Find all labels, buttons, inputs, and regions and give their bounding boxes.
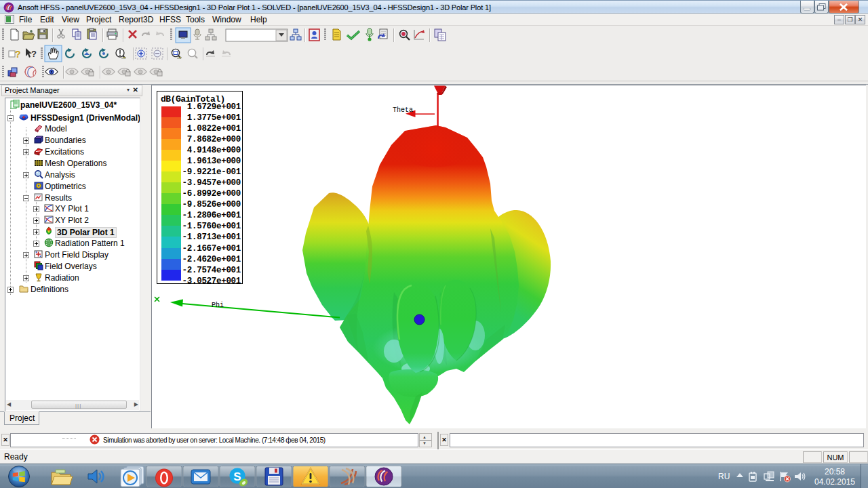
svg-text:?: ? (15, 49, 21, 60)
svg-text:?: ? (31, 49, 37, 59)
svg-text:RU: RU (718, 472, 730, 481)
svg-text:20:58: 20:58 (825, 467, 845, 476)
svg-text:Phi: Phi (212, 302, 224, 309)
svg-text:Theta: Theta (393, 106, 413, 114)
svg-text:04.02.2015: 04.02.2015 (814, 477, 855, 487)
